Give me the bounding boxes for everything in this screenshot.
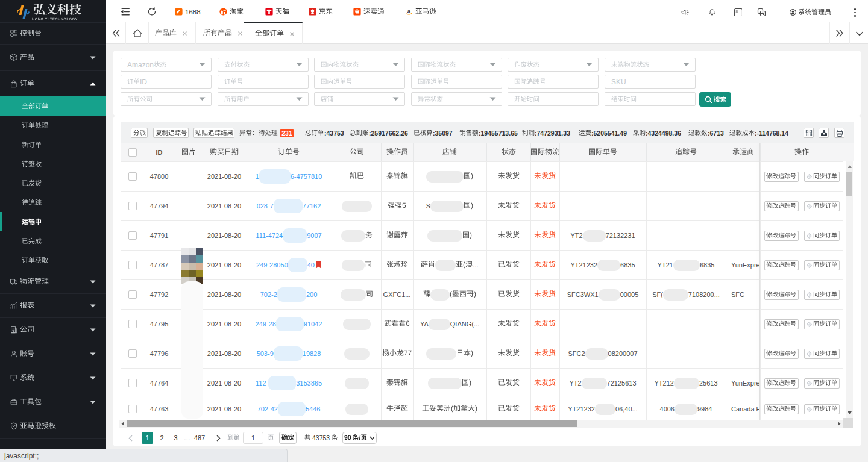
svg-text:a: a bbox=[407, 8, 411, 14]
